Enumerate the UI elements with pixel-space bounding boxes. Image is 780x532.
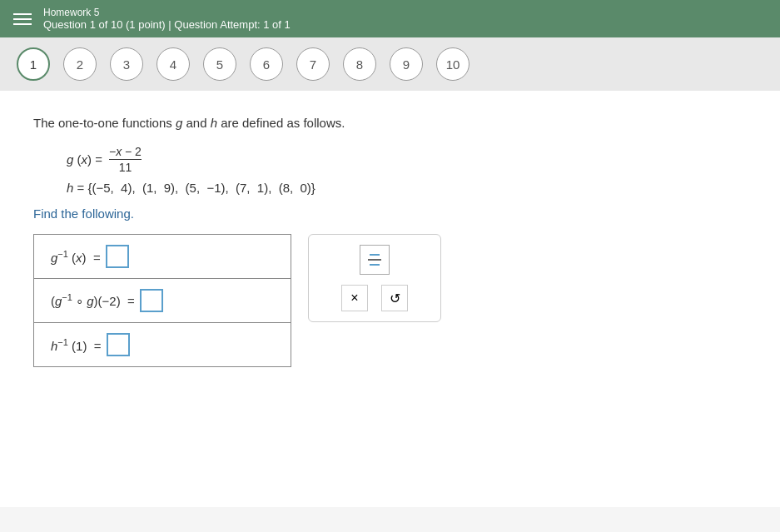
question-attempt: Question 1 of 10 (1 point) | Question At…: [43, 18, 291, 31]
svg-rect-2: [370, 264, 380, 266]
clear-button[interactable]: ×: [341, 285, 368, 311]
answer-input-2[interactable]: [140, 289, 163, 312]
answer-input-1[interactable]: [106, 245, 129, 268]
menu-icon[interactable]: [13, 13, 32, 25]
answer-row-2: (g−1 ∘ g)(−2) =: [34, 279, 291, 323]
row3-label: h−1 (1) =: [51, 337, 102, 353]
answer-input-3[interactable]: [107, 333, 130, 356]
g-fraction: −x − 2 11: [109, 145, 142, 174]
header-text: Homework 5 Question 1 of 10 (1 point) | …: [43, 7, 291, 31]
g-numerator: −x − 2: [109, 145, 142, 160]
row2-label: (g−1 ∘ g)(−2) =: [51, 292, 135, 309]
fraction-icon: [365, 250, 385, 270]
question-btn-1[interactable]: 1: [17, 47, 50, 81]
question-nav: 1 2 3 4 5 6 7 8 9 10: [0, 37, 780, 91]
find-instruction: Find the following.: [33, 206, 747, 221]
question-btn-9[interactable]: 9: [390, 47, 423, 81]
answer-row-3: h−1 (1) =: [34, 323, 291, 366]
question-btn-8[interactable]: 8: [343, 47, 376, 81]
keypad: × ↺: [308, 234, 441, 322]
reset-button[interactable]: ↺: [381, 285, 408, 311]
question-btn-4[interactable]: 4: [156, 47, 190, 81]
question-btn-5[interactable]: 5: [203, 47, 236, 81]
problem-intro: The one-to-one functions g and h are def…: [33, 116, 747, 130]
keypad-actions: × ↺: [341, 285, 408, 311]
question-btn-3[interactable]: 3: [110, 47, 143, 81]
row1-label: g−1 (x) =: [51, 249, 101, 265]
fraction-button[interactable]: [360, 245, 390, 275]
answer-row-1: g−1 (x) =: [34, 235, 291, 279]
question-btn-6[interactable]: 6: [250, 47, 283, 81]
answer-area: g−1 (x) = (g−1 ∘ g)(−2) = h−1 (1) =: [33, 234, 747, 367]
g-definition: g (x) = −x − 2 11: [67, 145, 747, 174]
homework-title: Homework 5: [43, 7, 291, 18]
svg-rect-0: [370, 254, 380, 256]
question-btn-10[interactable]: 10: [436, 47, 469, 81]
answer-table: g−1 (x) = (g−1 ∘ g)(−2) = h−1 (1) =: [33, 234, 291, 367]
question-btn-7[interactable]: 7: [296, 47, 330, 81]
g-label: g (x) =: [67, 152, 102, 167]
question-btn-2[interactable]: 2: [63, 47, 97, 81]
header: Homework 5 Question 1 of 10 (1 point) | …: [0, 0, 780, 37]
main-content: The one-to-one functions g and h are def…: [0, 91, 780, 507]
g-denominator: 11: [119, 160, 132, 174]
h-definition: h = {(−5, 4), (1, 9), (5, −1), (7, 1), (…: [67, 181, 747, 195]
